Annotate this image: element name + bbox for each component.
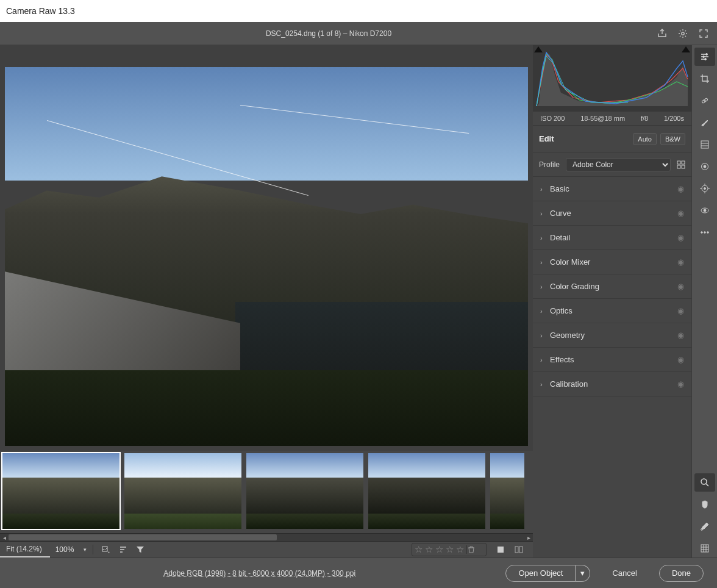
brush-tool-icon[interactable] xyxy=(694,113,715,132)
chevron-right-icon: › xyxy=(540,210,550,217)
star-icon[interactable]: ☆ xyxy=(425,544,433,555)
visibility-icon[interactable]: ◉ xyxy=(677,184,684,193)
edit-panel-title: Edit xyxy=(539,134,629,143)
compare-view-icon[interactable] xyxy=(515,545,523,554)
panel-calibration[interactable]: ›Calibration◉ xyxy=(533,372,691,396)
redeye-tool-icon[interactable] xyxy=(694,201,715,220)
svg-rect-1 xyxy=(102,547,107,551)
edit-tool-icon[interactable] xyxy=(694,48,715,66)
done-button[interactable]: Done xyxy=(659,565,704,582)
image-info-link[interactable]: Adobe RGB (1998) - 8 bit - 6000 x 4000 (… xyxy=(13,569,505,578)
scroll-left-arrow-icon[interactable]: ◂ xyxy=(0,534,9,541)
panel-colormixer[interactable]: ›Color Mixer◉ xyxy=(533,250,691,274)
svg-rect-6 xyxy=(677,161,680,164)
svg-rect-3 xyxy=(498,547,504,553)
shutter-value: 1/200s xyxy=(664,115,684,122)
visibility-icon[interactable]: ◉ xyxy=(677,233,684,242)
star-icon[interactable]: ☆ xyxy=(415,544,423,555)
trash-icon[interactable] xyxy=(467,545,476,554)
panel-geometry[interactable]: ›Geometry◉ xyxy=(533,323,691,348)
open-object-button[interactable]: Open Object xyxy=(505,565,576,582)
visibility-icon[interactable]: ◉ xyxy=(677,282,684,291)
filmstrip-thumb[interactable] xyxy=(1,452,121,530)
svg-rect-5 xyxy=(519,547,523,553)
tool-strip xyxy=(691,45,717,558)
image-preview[interactable] xyxy=(0,45,533,451)
filmstrip-thumb[interactable] xyxy=(367,452,487,530)
panel-optics[interactable]: ›Optics◉ xyxy=(533,299,691,323)
svg-point-16 xyxy=(704,165,706,168)
color-sampler-icon[interactable] xyxy=(694,517,715,536)
svg-point-24 xyxy=(701,479,707,484)
single-view-icon[interactable] xyxy=(496,545,505,554)
crop-tool-icon[interactable] xyxy=(694,70,715,88)
visibility-icon[interactable]: ◉ xyxy=(677,257,684,267)
more-tools-icon[interactable] xyxy=(694,223,715,242)
export-icon[interactable] xyxy=(657,29,667,38)
panel-effects[interactable]: ›Effects◉ xyxy=(533,348,691,372)
svg-point-12 xyxy=(704,59,706,60)
rating-stars[interactable]: ☆ ☆ ☆ ☆ ☆ xyxy=(412,543,487,556)
chevron-right-icon: › xyxy=(540,259,550,266)
panel-colorgrading[interactable]: ›Color Grading◉ xyxy=(533,274,691,299)
filmstrip-thumb[interactable] xyxy=(123,452,243,530)
profile-label: Profile xyxy=(539,160,560,169)
fullscreen-icon[interactable] xyxy=(699,29,708,38)
star-icon[interactable]: ☆ xyxy=(446,544,454,555)
star-icon[interactable]: ☆ xyxy=(435,544,443,555)
svg-rect-4 xyxy=(515,547,518,553)
svg-rect-26 xyxy=(701,545,708,552)
svg-point-11 xyxy=(702,56,704,58)
histogram[interactable] xyxy=(533,45,691,111)
healing-tool-icon[interactable] xyxy=(694,91,715,110)
chevron-right-icon: › xyxy=(540,234,550,242)
target-adjust-icon[interactable] xyxy=(694,179,715,198)
visibility-icon[interactable]: ◉ xyxy=(677,209,684,218)
visibility-icon[interactable]: ◉ xyxy=(677,379,684,389)
linear-gradient-icon[interactable] xyxy=(694,135,715,154)
settings-gear-icon[interactable] xyxy=(678,29,688,38)
filmstrip xyxy=(0,451,533,533)
bw-button[interactable]: B&W xyxy=(660,133,685,145)
svg-point-21 xyxy=(701,232,702,234)
chevron-right-icon: › xyxy=(540,307,550,315)
profile-select[interactable]: Adobe Color xyxy=(566,158,671,171)
star-icon[interactable]: ☆ xyxy=(456,544,464,555)
grid-toggle-icon[interactable] xyxy=(694,539,715,558)
chevron-right-icon: › xyxy=(540,283,550,290)
svg-point-20 xyxy=(704,209,706,212)
panel-detail[interactable]: ›Detail◉ xyxy=(533,226,691,250)
zoom-100-button[interactable]: 100% xyxy=(50,545,79,554)
filter-icon[interactable] xyxy=(136,545,144,554)
profile-browser-icon[interactable] xyxy=(677,160,685,169)
filmstrip-scrollbar[interactable]: ◂ ▸ xyxy=(0,533,533,542)
window-titlebar: Camera Raw 13.3 xyxy=(0,0,717,22)
panel-curve[interactable]: ›Curve◉ xyxy=(533,201,691,226)
cancel-button[interactable]: Cancel xyxy=(600,565,649,582)
visibility-icon[interactable]: ◉ xyxy=(677,355,684,364)
scroll-right-arrow-icon[interactable]: ▸ xyxy=(524,534,533,541)
radial-gradient-icon[interactable] xyxy=(694,157,715,176)
edit-panel: ISO 200 18-55@18 mm f/8 1/200s Edit Auto… xyxy=(533,45,691,558)
auto-button[interactable]: Auto xyxy=(633,133,657,145)
svg-point-23 xyxy=(707,232,708,234)
hand-tool-icon[interactable] xyxy=(694,495,715,514)
svg-point-0 xyxy=(682,32,684,34)
visibility-icon[interactable]: ◉ xyxy=(677,331,684,340)
sort-order-icon[interactable] xyxy=(119,545,127,554)
footer-bar: Adobe RGB (1998) - 8 bit - 6000 x 4000 (… xyxy=(0,558,717,588)
visibility-icon[interactable]: ◉ xyxy=(677,306,684,315)
open-object-menu-chevron-icon[interactable]: ▾ xyxy=(576,565,590,582)
chevron-right-icon: › xyxy=(540,332,550,339)
zoom-fit-button[interactable]: Fit (14.2%) xyxy=(0,542,50,558)
zoom-menu-chevron-icon[interactable]: ▾ xyxy=(79,547,93,553)
iso-value: ISO 200 xyxy=(540,115,565,122)
svg-rect-8 xyxy=(677,165,680,168)
lens-value: 18-55@18 mm xyxy=(580,115,625,122)
scrollbar-handle[interactable] xyxy=(9,534,277,540)
filmstrip-thumb[interactable] xyxy=(245,452,365,530)
panel-basic[interactable]: ›Basic◉ xyxy=(533,177,691,201)
zoom-tool-icon[interactable] xyxy=(694,473,715,492)
filmstrip-thumb[interactable] xyxy=(489,452,526,530)
sort-photo-icon[interactable] xyxy=(102,545,110,554)
